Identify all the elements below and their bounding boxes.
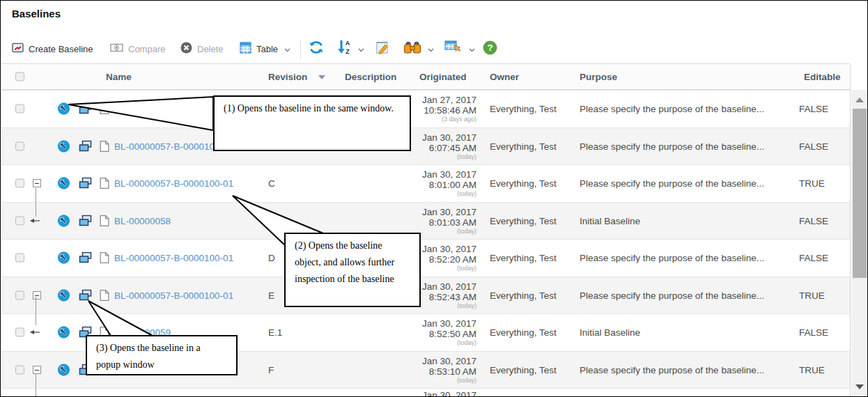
column-select-button[interactable] bbox=[444, 37, 475, 61]
delete-button[interactable]: Delete bbox=[180, 37, 224, 61]
row-checkbox[interactable] bbox=[15, 179, 24, 188]
tree-collapse-icon[interactable] bbox=[33, 291, 41, 299]
document-icon bbox=[100, 289, 109, 301]
editable-cell: FALSE bbox=[799, 215, 828, 226]
owner-cell: Everything, Test bbox=[490, 290, 557, 300]
document-icon bbox=[100, 215, 109, 226]
select-all-checkbox[interactable] bbox=[15, 72, 24, 81]
open-baseline-icon[interactable] bbox=[57, 102, 70, 116]
header-name[interactable]: Name bbox=[106, 72, 132, 82]
open-baseline-icon[interactable] bbox=[57, 326, 70, 339]
tree-collapse-icon[interactable] bbox=[33, 366, 41, 374]
tree-collapse-icon[interactable] bbox=[33, 179, 41, 187]
editable-cell: FALSE bbox=[799, 141, 828, 151]
editable-cell: FALSE bbox=[799, 253, 828, 263]
table-row: BL-00000058 C.1 Jan 30, 20178:01:03 AM(t… bbox=[1, 202, 850, 240]
open-baseline-icon[interactable] bbox=[57, 288, 70, 302]
table-row: BL-00000057-B-0000100-01 Jan 30, 20176:0… bbox=[1, 127, 850, 165]
header-owner[interactable]: Owner bbox=[490, 72, 519, 82]
compare-label: Compare bbox=[128, 44, 165, 54]
document-icon bbox=[100, 252, 109, 264]
scroll-up-icon[interactable] bbox=[855, 98, 864, 102]
sort-button[interactable]: AZ bbox=[336, 37, 364, 61]
baseline-name-link[interactable]: BL-00000058 bbox=[114, 215, 171, 226]
row-checkbox[interactable] bbox=[15, 290, 24, 299]
purpose-cell: Initial Baseline bbox=[580, 327, 640, 338]
open-popup-icon[interactable] bbox=[79, 178, 92, 189]
header-purpose[interactable]: Purpose bbox=[580, 72, 617, 82]
revision-cell: D bbox=[268, 253, 275, 263]
row-checkbox[interactable] bbox=[15, 141, 24, 150]
baseline-name-link[interactable]: BL-00000057-B-0000100-01 bbox=[114, 253, 233, 263]
owner-cell: Everything, Test bbox=[490, 327, 557, 338]
delete-icon bbox=[180, 42, 192, 56]
editable-cell: TRUE bbox=[799, 364, 825, 375]
edit-button[interactable] bbox=[375, 37, 390, 61]
purpose-cell: Please specify the purpose of the baseli… bbox=[580, 364, 764, 375]
document-icon bbox=[100, 178, 109, 189]
sort-indicator-icon[interactable] bbox=[318, 75, 325, 79]
svg-text:?: ? bbox=[487, 42, 493, 53]
baseline-name-link[interactable]: BL-00000057-B-0000100-01 bbox=[114, 178, 233, 189]
help-icon: ? bbox=[483, 40, 497, 58]
baseline-name-link[interactable]: BL-00000057-B-0000100-01 bbox=[114, 290, 233, 300]
create-baseline-button[interactable]: Create Baseline bbox=[12, 37, 93, 61]
open-popup-icon[interactable] bbox=[79, 252, 92, 264]
refresh-button[interactable] bbox=[307, 37, 325, 61]
row-checkbox[interactable] bbox=[15, 216, 24, 225]
open-popup-icon[interactable] bbox=[79, 215, 92, 226]
sort-az-icon: AZ bbox=[336, 39, 352, 59]
callout-3-open-popup: (3) Opens the baseline in a popup window bbox=[86, 335, 238, 375]
table-icon bbox=[240, 42, 251, 56]
svg-text:A: A bbox=[346, 40, 350, 47]
chevron-down-icon bbox=[358, 42, 364, 55]
header-editable[interactable]: Editable bbox=[804, 72, 841, 82]
create-baseline-icon bbox=[12, 42, 24, 56]
refresh-icon bbox=[307, 40, 325, 58]
help-button[interactable]: ? bbox=[483, 37, 497, 61]
originated-cell: Jan 30, 20178:01:00 AM(today) bbox=[379, 169, 476, 197]
open-baseline-icon[interactable] bbox=[57, 139, 70, 153]
compare-button[interactable]: Compare bbox=[110, 37, 165, 61]
header-revision[interactable]: Revision bbox=[268, 72, 307, 82]
row-checkbox[interactable] bbox=[15, 328, 24, 337]
header-description[interactable]: Description bbox=[345, 72, 396, 82]
callout-1-open-same-window: (1) Opens the baseline in the same windo… bbox=[213, 95, 411, 151]
originated-cell: Jan 30, 20178:53:10 AM(today) bbox=[379, 356, 476, 384]
editable-cell: FALSE bbox=[799, 327, 828, 338]
open-baseline-icon[interactable] bbox=[57, 251, 70, 265]
scroll-down-icon[interactable] bbox=[855, 384, 864, 389]
baselines-grid-window: Baselines Create Baseline Compare Delete… bbox=[0, 0, 868, 397]
table-row: BL-00000057-B-0000100-01 C Jan 30, 20178… bbox=[1, 164, 850, 202]
owner-cell: Everything, Test bbox=[490, 141, 557, 151]
open-baseline-icon[interactable] bbox=[57, 363, 70, 376]
purpose-cell: Please specify the purpose of the baseli… bbox=[580, 290, 764, 300]
scrollbar-thumb[interactable] bbox=[853, 109, 867, 278]
column-select-icon bbox=[444, 40, 463, 58]
open-popup-icon[interactable] bbox=[79, 289, 92, 301]
revision-cell: C.1 bbox=[268, 215, 283, 226]
open-popup-icon[interactable] bbox=[79, 140, 92, 152]
row-checkbox[interactable] bbox=[15, 104, 24, 114]
page-title: Baselines bbox=[12, 8, 61, 20]
document-icon bbox=[100, 103, 109, 115]
table-view-dropdown[interactable]: Table bbox=[240, 37, 290, 61]
owner-cell: Everything, Test bbox=[490, 178, 557, 189]
revision-cell: F bbox=[268, 364, 274, 375]
open-baseline-icon[interactable] bbox=[57, 214, 70, 227]
originated-cell: Jan 30, 20178:01:03 AM(today) bbox=[379, 207, 476, 235]
row-checkbox[interactable] bbox=[15, 254, 24, 263]
search-button[interactable] bbox=[403, 37, 434, 61]
create-baseline-label: Create Baseline bbox=[29, 44, 93, 54]
vertical-scrollbar[interactable] bbox=[851, 90, 868, 397]
document-icon bbox=[100, 140, 109, 152]
tree-child-arrow-icon bbox=[29, 329, 40, 336]
table-header-row: Name Revision Description Originated Own… bbox=[1, 63, 850, 90]
compare-icon bbox=[110, 42, 123, 56]
open-popup-icon[interactable] bbox=[79, 103, 92, 115]
open-baseline-icon[interactable] bbox=[57, 177, 70, 190]
revision-cell: E bbox=[268, 290, 274, 300]
editable-cell: TRUE bbox=[799, 178, 825, 189]
row-checkbox[interactable] bbox=[15, 365, 24, 374]
header-originated[interactable]: Originated bbox=[419, 72, 467, 82]
